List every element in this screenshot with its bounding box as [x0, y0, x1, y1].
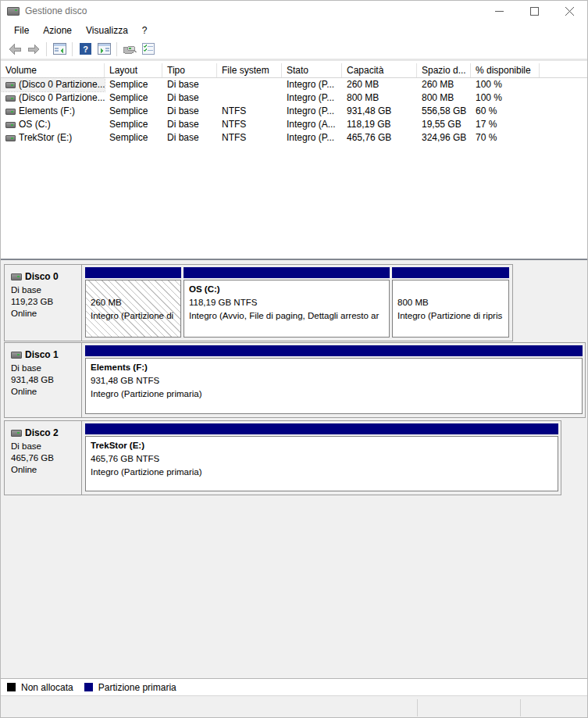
volume-icon [5, 135, 16, 141]
console-properties-icon[interactable] [120, 41, 139, 58]
column-header-spazio[interactable]: Spazio d... [417, 63, 471, 77]
disk-management-window: { "window": { "title": "Gestione disco",… [0, 0, 588, 718]
menu-visualizza[interactable]: Visualizza [79, 23, 135, 38]
volume-icon [5, 109, 16, 115]
toolbar-separator [46, 42, 47, 56]
status-bar [1, 695, 588, 718]
disk1-header[interactable]: Disco 1 Di base 931,48 GB Online [5, 343, 82, 417]
pct-cell: 70 % [471, 131, 540, 145]
maximize-button[interactable] [517, 1, 552, 21]
disk-row-1: Disco 1 Di base 931,48 GB Online Element… [4, 342, 586, 418]
disk0-header[interactable]: Disco 0 Di base 119,23 GB Online [5, 265, 82, 341]
disk-status: Online [11, 308, 81, 320]
toolbar-separator [72, 42, 73, 56]
column-header-tipo[interactable]: Tipo [162, 63, 217, 77]
disk2-header[interactable]: Disco 2 Di base 465,76 GB Online [5, 421, 82, 495]
svg-text:?: ? [83, 45, 88, 54]
fs-cell: NTFS [217, 105, 282, 118]
volume-list-pane: Volume Layout Tipo File system Stato Cap… [1, 63, 588, 260]
show-action-pane-icon[interactable] [94, 41, 113, 58]
checklist-icon[interactable] [139, 41, 158, 58]
close-button[interactable] [552, 1, 587, 21]
column-header-disponibile[interactable]: % disponibile [471, 63, 540, 77]
table-row-trekstor[interactable]: TrekStor (E:) Semplice Di base NTFS Inte… [1, 131, 588, 145]
disk-size: 931,48 GB [11, 374, 81, 386]
tipo-cell: Di base [162, 131, 217, 145]
minimize-button[interactable] [482, 1, 517, 21]
fs-cell [217, 78, 282, 91]
spazio-cell: 556,58 GB [417, 105, 471, 118]
stato-cell: Integro (A... [282, 118, 342, 131]
stato-cell: Integro (P... [282, 105, 342, 118]
menu-file[interactable]: File [7, 23, 36, 38]
window-title: Gestione disco [25, 5, 87, 16]
spazio-cell: 800 MB [417, 91, 471, 105]
volume-icon [5, 82, 16, 88]
help-icon[interactable]: ? [76, 41, 94, 58]
legend-label: Non allocata [21, 682, 73, 693]
column-header-stato[interactable]: Stato [282, 63, 342, 77]
primary-partition-swatch [84, 683, 93, 691]
partition-disk0-os-c[interactable]: OS (C:) 118,19 GB NTFS Integro (Avvio, F… [184, 267, 390, 338]
partition-color-bar [392, 267, 509, 278]
legend-item-unallocated: Non allocata [7, 682, 73, 693]
layout-cell: Semplice [105, 131, 162, 145]
legend-item-primary-partition: Partizione primaria [84, 682, 176, 693]
partition-color-bar [85, 267, 181, 278]
capacita-cell: 118,19 GB [342, 118, 417, 131]
tipo-cell: Di base [162, 78, 217, 91]
volume-icon [5, 95, 16, 102]
partition-disk0-ripristino[interactable]: 800 MB Integro (Partizione di ripris [392, 267, 509, 338]
disk-icon [11, 430, 22, 437]
disk-type: Di base [11, 441, 81, 452]
column-header-filler [540, 63, 588, 77]
volume-list-header: Volume Layout Tipo File system Stato Cap… [1, 63, 588, 78]
table-row-os-c[interactable]: OS (C:) Semplice Di base NTFS Integro (A… [1, 118, 588, 131]
layout-cell: Semplice [105, 105, 162, 118]
volume-cell: TrekStor (E:) [1, 131, 105, 145]
column-header-layout[interactable]: Layout [105, 63, 162, 77]
volume-cell: Elements (F:) [1, 105, 105, 118]
toolbar-separator [116, 42, 117, 56]
partition-disk0-recovery[interactable]: 260 MB Integro (Partizione di [85, 267, 181, 338]
partition-elements-f[interactable]: Elements (F:) 931,48 GB NTFS Integro (Pa… [85, 345, 583, 414]
fs-cell: NTFS [217, 118, 282, 131]
table-row-disk0-partition1[interactable]: (Disco 0 Partizione... Semplice Di base … [1, 78, 588, 91]
disk-status: Online [11, 464, 81, 476]
disk-icon [11, 352, 22, 359]
disk-name: Disco 1 [25, 349, 59, 360]
show-console-tree-icon[interactable] [50, 41, 69, 58]
fs-cell [217, 91, 282, 105]
stato-cell: Integro (P... [282, 131, 342, 145]
menu-help[interactable]: ? [135, 23, 155, 38]
layout-cell: Semplice [105, 91, 162, 105]
partition-trekstor-e[interactable]: TrekStor (E:) 465,76 GB NTFS Integro (Pa… [85, 423, 558, 491]
table-row-elements[interactable]: Elements (F:) Semplice Di base NTFS Inte… [1, 105, 588, 118]
volume-cell: (Disco 0 Partizione... [1, 91, 105, 105]
stato-cell: Integro (P... [282, 91, 342, 105]
menubar: File Azione Visualizza ? [1, 21, 587, 39]
disk-row-0: Disco 0 Di base 119,23 GB Online 260 MB … [4, 264, 513, 341]
partition-color-bar [184, 267, 390, 278]
disk-row-2: Disco 2 Di base 465,76 GB Online TrekSto… [4, 420, 561, 495]
forward-icon[interactable] [24, 41, 43, 58]
disk-type: Di base [11, 363, 81, 374]
fs-cell: NTFS [217, 131, 282, 145]
capacita-cell: 260 MB [342, 78, 417, 91]
column-header-capacita[interactable]: Capacità [342, 63, 417, 77]
status-separator [417, 699, 418, 716]
toolbar: ? [1, 39, 587, 61]
column-header-filesystem[interactable]: File system [217, 63, 282, 77]
disk-icon [11, 273, 22, 280]
column-header-volume[interactable]: Volume [1, 63, 105, 77]
tipo-cell: Di base [162, 105, 217, 118]
titlebar: Gestione disco [1, 1, 587, 21]
back-icon[interactable] [5, 41, 24, 58]
disk-type: Di base [11, 284, 81, 296]
disk-size: 119,23 GB [11, 296, 81, 308]
table-row-disk0-partition2[interactable]: (Disco 0 Partizione... Semplice Di base … [1, 91, 588, 105]
disk-size: 465,76 GB [11, 452, 81, 464]
menu-azione[interactable]: Azione [36, 23, 79, 38]
disk-name: Disco 2 [25, 427, 59, 438]
capacita-cell: 465,76 GB [342, 131, 417, 145]
